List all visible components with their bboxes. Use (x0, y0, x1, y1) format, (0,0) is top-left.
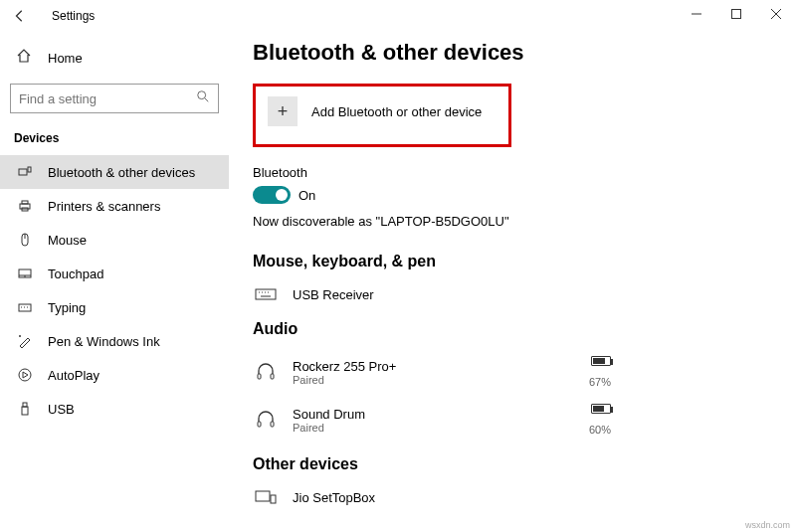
svg-rect-34 (256, 491, 270, 501)
sidebar-item-label: Typing (48, 300, 86, 315)
window-title: Settings (52, 9, 95, 23)
section-header: Devices (0, 127, 229, 155)
battery-percent: 67% (589, 376, 611, 388)
device-status: Paired (293, 374, 396, 386)
sidebar-item-pen[interactable]: Pen & Windows Ink (0, 324, 229, 358)
svg-rect-30 (258, 374, 261, 379)
svg-rect-9 (22, 201, 28, 204)
settop-icon (253, 489, 279, 505)
device-audio-1[interactable]: Sound Drum Paired 60% (253, 396, 611, 443)
sidebar-item-mouse[interactable]: Mouse (0, 223, 229, 257)
discoverable-text: Now discoverable as "LAPTOP-B5DGO0LU" (253, 214, 768, 229)
sidebar-item-label: Touchpad (48, 266, 103, 281)
search-icon (196, 89, 210, 107)
keyboard-device-icon (253, 286, 279, 302)
touchpad-icon (16, 266, 34, 281)
close-button[interactable] (756, 0, 796, 28)
device-usb-receiver[interactable]: USB Receiver (253, 280, 611, 308)
group-other: Other devices (253, 455, 768, 473)
add-device-highlight: + Add Bluetooth or other device (253, 84, 511, 147)
svg-line-5 (205, 98, 209, 102)
printer-icon (16, 198, 34, 214)
device-battery: 67% (589, 354, 611, 390)
sidebar-item-label: AutoPlay (48, 368, 100, 383)
svg-rect-22 (23, 403, 27, 407)
svg-rect-1 (732, 10, 741, 19)
device-audio-0[interactable]: Rockerz 255 Pro+ Paired 67% (253, 348, 611, 396)
device-name: USB Receiver (293, 287, 374, 302)
device-name: Jio SetTopBox (293, 490, 375, 505)
bluetooth-label: Bluetooth (253, 165, 768, 180)
headphones-icon (253, 410, 279, 430)
mouse-icon (16, 232, 34, 248)
sidebar-item-autoplay[interactable]: AutoPlay (0, 358, 229, 392)
device-name: Rockerz 255 Pro+ (293, 359, 396, 374)
search-input[interactable] (19, 91, 196, 106)
device-other-0[interactable]: Jio SetTopBox (253, 483, 611, 511)
svg-rect-33 (271, 422, 274, 427)
home-icon (16, 48, 34, 68)
plus-icon: + (268, 96, 298, 126)
sidebar: Home Devices Bluetooth & other devices P… (0, 32, 229, 532)
add-device-label: Add Bluetooth or other device (311, 104, 482, 119)
pen-icon (16, 333, 34, 349)
svg-rect-7 (28, 167, 31, 172)
content: Bluetooth & other devices + Add Bluetoot… (229, 32, 796, 532)
sidebar-item-label: Bluetooth & other devices (48, 165, 195, 180)
keyboard-icon (16, 299, 34, 315)
page-heading: Bluetooth & other devices (253, 40, 768, 66)
svg-rect-6 (19, 169, 27, 175)
sidebar-item-typing[interactable]: Typing (0, 290, 229, 324)
svg-rect-31 (271, 374, 274, 379)
svg-point-21 (19, 369, 31, 381)
sidebar-item-bluetooth[interactable]: Bluetooth & other devices (0, 155, 229, 189)
maximize-button[interactable] (716, 0, 756, 28)
sidebar-item-usb[interactable]: USB (0, 392, 229, 426)
sidebar-item-label: USB (48, 402, 75, 417)
device-battery: 60% (589, 402, 611, 438)
headphones-icon (253, 362, 279, 382)
sidebar-item-label: Mouse (48, 233, 87, 248)
battery-percent: 60% (589, 424, 611, 436)
device-status: Paired (293, 422, 365, 434)
add-device-button[interactable]: + Add Bluetooth or other device (268, 96, 482, 126)
svg-point-20 (19, 335, 21, 337)
sidebar-item-touchpad[interactable]: Touchpad (0, 257, 229, 290)
autoplay-icon (16, 367, 34, 383)
svg-rect-23 (22, 407, 28, 415)
home-label: Home (48, 51, 83, 66)
device-name: Sound Drum (293, 407, 365, 422)
bluetooth-toggle[interactable] (253, 186, 291, 204)
sidebar-item-label: Pen & Windows Ink (48, 334, 160, 349)
watermark: wsxdn.com (745, 520, 790, 530)
svg-rect-35 (271, 495, 276, 503)
svg-rect-24 (256, 289, 276, 299)
battery-icon (591, 404, 611, 414)
minimize-button[interactable] (677, 0, 716, 28)
back-button[interactable] (8, 4, 32, 28)
toggle-state: On (298, 188, 315, 203)
battery-icon (591, 356, 611, 366)
bluetooth-devices-icon (16, 164, 34, 180)
svg-point-4 (198, 91, 206, 99)
home-nav[interactable]: Home (0, 40, 229, 76)
search-box[interactable] (10, 84, 219, 113)
usb-icon (16, 401, 34, 417)
sidebar-item-printers[interactable]: Printers & scanners (0, 189, 229, 223)
group-mouse-keyboard: Mouse, keyboard, & pen (253, 253, 768, 270)
sidebar-item-label: Printers & scanners (48, 199, 160, 214)
svg-rect-32 (258, 422, 261, 427)
group-audio: Audio (253, 320, 768, 338)
